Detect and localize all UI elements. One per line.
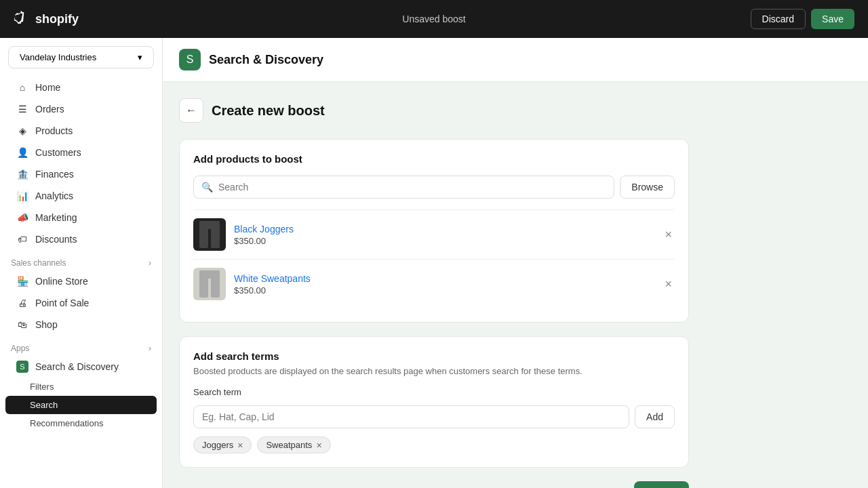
topbar-title: Unsaved boost: [294, 14, 574, 24]
sidebar-item-label: Products: [35, 125, 73, 136]
product-name-black-joggers[interactable]: Black Joggers: [234, 224, 294, 235]
product-price-black-joggers: $350.00: [234, 236, 662, 246]
logo: shopify: [14, 11, 294, 27]
sidebar-item-label: Home: [35, 82, 60, 93]
app-icon: S: [179, 49, 201, 70]
sidebar-item-label: Discounts: [35, 234, 77, 245]
search-term-label: Search term: [193, 387, 675, 397]
sidebar-item-search-discovery[interactable]: S Search & Discovery: [5, 356, 157, 378]
pos-icon: 🖨: [16, 297, 28, 309]
store-selector[interactable]: Vandelay Industries ▾: [8, 46, 154, 68]
analytics-icon: 📊: [16, 190, 28, 202]
sidebar-item-finances[interactable]: 🏦 Finances: [5, 163, 157, 185]
finances-icon: 🏦: [16, 168, 28, 180]
tag-sweatpants: Sweatpants ×: [257, 436, 330, 453]
app-title: Search & Discovery: [209, 53, 323, 67]
sidebar-item-online-store[interactable]: 🏪 Online Store: [5, 270, 157, 292]
sidebar-item-shop[interactable]: 🛍 Shop: [5, 314, 157, 336]
logo-text: shopify: [35, 12, 79, 26]
marketing-icon: 📣: [16, 211, 28, 224]
svg-rect-5: [199, 270, 220, 279]
tag-joggers-label: Joggers: [202, 440, 233, 450]
sidebar-item-label: Shop: [35, 319, 58, 330]
tag-joggers: Joggers ×: [193, 436, 252, 453]
apps-section: Apps ›: [0, 336, 162, 356]
products-icon: ◈: [16, 125, 28, 137]
sidebar-item-analytics[interactable]: 📊 Analytics: [5, 185, 157, 207]
tag-sweatpants-remove-button[interactable]: ×: [316, 441, 321, 450]
main-content: S Search & Discovery ← Create new boost …: [163, 38, 868, 488]
page-heading: ← Create new boost: [179, 98, 689, 123]
sidebar-sub-search[interactable]: Search: [5, 396, 157, 414]
sidebar-item-label: Point of Sale: [35, 298, 89, 308]
tag-joggers-remove-button[interactable]: ×: [237, 441, 243, 450]
chevron-down-icon: ▾: [138, 52, 142, 62]
customers-icon: 👤: [16, 146, 28, 159]
sidebar-item-label: Marketing: [35, 212, 77, 223]
browse-button[interactable]: Browse: [620, 176, 675, 199]
svg-rect-2: [199, 221, 220, 229]
sidebar-item-label: Finances: [35, 169, 74, 180]
page-content: ← Create new boost Add products to boost…: [163, 82, 705, 488]
sub-item-label: Recommendations: [30, 418, 103, 428]
search-term-input[interactable]: [193, 405, 629, 428]
app-header: S Search & Discovery: [163, 38, 868, 82]
product-item-black-joggers: Black Joggers $350.00 ×: [193, 209, 675, 259]
topbar-actions: Discard Save: [574, 9, 854, 29]
chevron-icon: ›: [149, 258, 151, 268]
add-search-terms-subtitle: Boosted products are displayed on the se…: [193, 366, 675, 376]
sidebar-item-orders[interactable]: ☰ Orders: [5, 98, 157, 120]
home-icon: ⌂: [16, 81, 28, 94]
search-discovery-icon: S: [16, 361, 28, 373]
sidebar-item-label: Online Store: [35, 276, 88, 287]
search-term-row: Add: [193, 405, 675, 428]
product-price-white-sweatpants: $350.00: [234, 285, 662, 296]
sidebar: Vandelay Industries ▾ ⌂ Home ☰ Orders ◈ …: [0, 38, 163, 488]
sidebar-item-customers[interactable]: 👤 Customers: [5, 142, 157, 163]
sidebar-sub-filters[interactable]: Filters: [5, 378, 157, 396]
sidebar-item-marketing[interactable]: 📣 Marketing: [5, 207, 157, 228]
sweatpants-thumb-image: [199, 270, 220, 298]
save-bottom-button[interactable]: Save: [634, 481, 689, 488]
orders-icon: ☰: [16, 103, 28, 115]
shop-icon: 🛍: [16, 319, 28, 331]
product-search-input[interactable]: [193, 176, 614, 199]
product-item-white-sweatpants: White Sweatpants $350.00 ×: [193, 259, 675, 308]
save-top-button[interactable]: Save: [811, 9, 854, 29]
sidebar-item-discounts[interactable]: 🏷 Discounts: [5, 228, 157, 250]
add-term-button[interactable]: Add: [635, 405, 675, 428]
discard-button[interactable]: Discard: [751, 9, 806, 29]
store-name: Vandelay Industries: [20, 52, 96, 62]
sidebar-item-label: Analytics: [35, 190, 73, 201]
remove-black-joggers-button[interactable]: ×: [662, 226, 675, 243]
add-products-card: Add products to boost 🔍 Browse: [179, 139, 689, 323]
search-tags-row: Joggers × Sweatpants ×: [193, 436, 675, 453]
sub-item-label: Search: [30, 400, 58, 410]
layout: Vandelay Industries ▾ ⌂ Home ☰ Orders ◈ …: [0, 38, 868, 488]
add-search-terms-title: Add search terms: [193, 350, 675, 362]
sidebar-item-label: Customers: [35, 147, 81, 158]
sidebar-sub-recommendations[interactable]: Recommendations: [5, 414, 157, 432]
online-store-icon: 🏪: [16, 275, 28, 287]
page-title: Create new boost: [212, 103, 325, 119]
sales-channels-section: Sales channels ›: [0, 250, 162, 270]
product-search-row: 🔍 Browse: [193, 176, 675, 199]
bottom-save-row: Save: [179, 481, 689, 488]
tag-sweatpants-label: Sweatpants: [266, 440, 312, 450]
product-search-wrap: 🔍: [193, 176, 614, 199]
sidebar-item-home[interactable]: ⌂ Home: [5, 77, 157, 98]
product-info-white-sweatpants: White Sweatpants $350.00: [234, 273, 662, 296]
sidebar-item-point-of-sale[interactable]: 🖨 Point of Sale: [5, 292, 157, 314]
back-button[interactable]: ←: [179, 98, 203, 123]
sidebar-item-products[interactable]: ◈ Products: [5, 120, 157, 142]
remove-white-sweatpants-button[interactable]: ×: [662, 275, 675, 293]
product-thumbnail-white-sweatpants: [193, 268, 226, 300]
sub-item-label: Filters: [30, 382, 54, 392]
product-thumbnail-black-joggers: [193, 218, 226, 251]
add-products-title: Add products to boost: [193, 153, 675, 165]
add-search-terms-card: Add search terms Boosted products are di…: [179, 336, 689, 468]
product-name-white-sweatpants[interactable]: White Sweatpants: [234, 273, 311, 284]
discounts-icon: 🏷: [16, 233, 28, 245]
sidebar-item-label: Orders: [35, 104, 64, 115]
jogger-thumb-image: [199, 221, 220, 248]
